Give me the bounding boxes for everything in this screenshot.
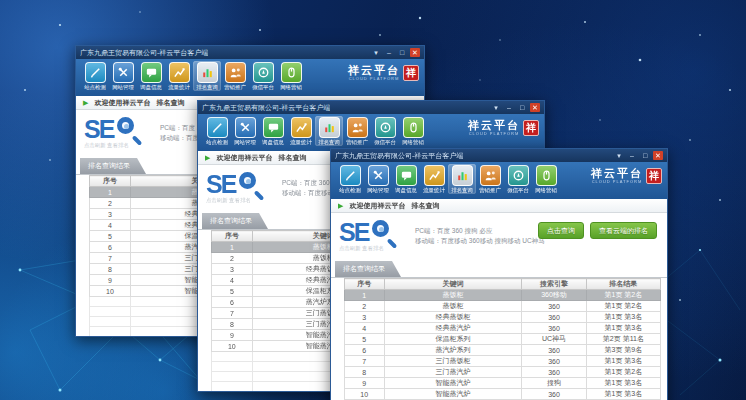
cell-seq: 4 bbox=[345, 323, 385, 334]
brand-seal-icon: 祥 bbox=[646, 168, 662, 184]
brand-logo: 祥云平台 CLOUD PLATFORM 祥 bbox=[591, 164, 662, 184]
table-row[interactable]: 3经典蒸饭柜360第1页 第3名 bbox=[345, 312, 661, 323]
toolbar-item-inquiry[interactable]: 询盘信息 bbox=[259, 116, 287, 146]
toolbar-item-wechat[interactable]: 微信平台 bbox=[249, 61, 277, 91]
minimize-icon[interactable]: – bbox=[504, 103, 514, 112]
toolbar-item-promotion[interactable]: 营销推广 bbox=[343, 116, 371, 146]
toolbar-item-site-check[interactable]: 站点检测 bbox=[336, 164, 364, 194]
breadcrumb-section: 排名查询 bbox=[411, 201, 439, 211]
toolbar-item-ranking[interactable]: 排名查询 bbox=[448, 164, 476, 194]
tab-ranking-results[interactable]: 排名查询结果 bbox=[335, 261, 401, 277]
toolbar-item-promotion[interactable]: 营销推广 bbox=[221, 61, 249, 91]
breadcrumb-welcome: 欢迎使用祥云平台 bbox=[94, 98, 150, 108]
cell-seq: 6 bbox=[90, 242, 131, 253]
window-titlebar[interactable]: 广东九鼎王贸易有限公司-祥云平台客户端 ▾ – □ ✕ bbox=[198, 101, 544, 114]
minimize-icon[interactable]: – bbox=[384, 48, 394, 57]
header-engine[interactable]: 搜索引擎 bbox=[522, 279, 586, 290]
table-row[interactable]: 2蒸饭柜360第1页 第2名 bbox=[345, 301, 661, 312]
table-row[interactable]: 7三门蒸饭柜360第1页 第3名 bbox=[345, 356, 661, 367]
close-icon[interactable]: ✕ bbox=[653, 151, 663, 160]
cell-keyword: 保温柜系列 bbox=[384, 334, 522, 345]
brand-subtitle: CLOUD PLATFORM bbox=[591, 179, 643, 184]
table-row[interactable]: 10智能蒸汽炉360第1页 第3名 bbox=[345, 389, 661, 400]
traffic-stats-icon bbox=[295, 121, 308, 134]
header-seq[interactable]: 序号 bbox=[212, 231, 253, 242]
toolbar-item-network[interactable]: 网络营销 bbox=[277, 61, 305, 91]
toolbar-item-label: 询盘信息 bbox=[393, 186, 418, 193]
header-keyword[interactable]: 关键词 bbox=[384, 279, 522, 290]
cell-empty bbox=[212, 352, 253, 362]
skin-icon[interactable]: ▾ bbox=[371, 48, 381, 57]
maximize-icon[interactable]: □ bbox=[640, 151, 650, 160]
cell-empty bbox=[90, 327, 131, 337]
cell-rank: 第1页 第2名 bbox=[586, 301, 660, 312]
header-seq[interactable]: 序号 bbox=[345, 279, 385, 290]
ranking-query-icon bbox=[323, 121, 336, 134]
cell-seq: 1 bbox=[212, 242, 253, 253]
toolbar-item-ranking[interactable]: 排名查询 bbox=[193, 61, 221, 91]
toolbar-item-inquiry[interactable]: 询盘信息 bbox=[392, 164, 420, 194]
header-seq[interactable]: 序号 bbox=[90, 176, 131, 187]
cell-empty bbox=[90, 337, 131, 338]
tab-ranking-results[interactable]: 排名查询结果 bbox=[80, 158, 146, 174]
header-rank[interactable]: 排名结果 bbox=[586, 279, 660, 290]
table-row[interactable]: 5保温柜系列UC神马第2页 第11名 bbox=[345, 334, 661, 345]
toolbar-item-label: 网络营销 bbox=[278, 83, 303, 90]
desktop-background: 广东九鼎王贸易有限公司-祥云平台客户端 ▾ – □ ✕ 站点检测 网站管理 询盘… bbox=[0, 0, 746, 400]
cell-keyword: 蒸饭柜 bbox=[384, 290, 522, 301]
toolbar-item-site-manage[interactable]: 网站管理 bbox=[109, 61, 137, 91]
toolbar-item-wechat[interactable]: 微信平台 bbox=[371, 116, 399, 146]
window-titlebar[interactable]: 广东九鼎王贸易有限公司-祥云平台客户端 ▾ – □ ✕ bbox=[76, 46, 424, 59]
window-titlebar[interactable]: 广东九鼎王贸易有限公司-祥云平台客户端 ▾ – □ ✕ bbox=[331, 149, 667, 162]
toolbar-item-wechat[interactable]: 微信平台 bbox=[504, 164, 532, 194]
cell-seq: 6 bbox=[212, 297, 253, 308]
toolbar-item-label: 网络营销 bbox=[400, 138, 425, 145]
skin-icon[interactable]: ▾ bbox=[491, 103, 501, 112]
table-row[interactable]: 9智能蒸汽炉搜狗第1页 第3名 bbox=[345, 378, 661, 389]
cell-empty bbox=[212, 362, 253, 372]
toolbar-item-site-manage[interactable]: 网站管理 bbox=[231, 116, 259, 146]
toolbar-item-site-check[interactable]: 站点检测 bbox=[203, 116, 231, 146]
toolbar-item-network[interactable]: 网络营销 bbox=[399, 116, 427, 146]
view-cloud-rank-button[interactable]: 查看云端的排名 bbox=[590, 222, 657, 239]
cell-keyword: 经典蒸汽炉 bbox=[384, 323, 522, 334]
close-icon[interactable]: ✕ bbox=[530, 103, 540, 112]
toolbar-item-network[interactable]: 网络营销 bbox=[532, 164, 560, 194]
tab-ranking-results[interactable]: 排名查询结果 bbox=[202, 213, 268, 229]
table-row[interactable]: 8三门蒸汽炉360第1页 第2名 bbox=[345, 367, 661, 378]
table-row[interactable]: 4经典蒸汽炉360第1页 第3名 bbox=[345, 323, 661, 334]
cell-rank: 第1页 第2名 bbox=[586, 290, 660, 301]
toolbar-item-traffic[interactable]: 流量统计 bbox=[165, 61, 193, 91]
cell-rank: 第1页 第3名 bbox=[586, 356, 660, 367]
toolbar-item-promotion[interactable]: 营销推广 bbox=[476, 164, 504, 194]
window-title: 广东九鼎王贸易有限公司-祥云平台客户端 bbox=[335, 151, 463, 161]
traffic-stats-icon bbox=[173, 66, 186, 79]
cell-engine: 360 bbox=[522, 323, 586, 334]
promotion-users-icon bbox=[351, 121, 364, 134]
table-row[interactable]: 1蒸饭柜360移动第1页 第2名 bbox=[345, 290, 661, 301]
brand-subtitle: CLOUD PLATFORM bbox=[468, 131, 520, 136]
maximize-icon[interactable]: □ bbox=[517, 103, 527, 112]
cell-engine: UC神马 bbox=[522, 334, 586, 345]
toolbar-item-ranking[interactable]: 排名查询 bbox=[315, 116, 343, 146]
minimize-icon[interactable]: – bbox=[627, 151, 637, 160]
skin-icon[interactable]: ▾ bbox=[614, 151, 624, 160]
toolbar-item-inquiry[interactable]: 询盘信息 bbox=[137, 61, 165, 91]
close-icon[interactable]: ✕ bbox=[410, 48, 420, 57]
table-row[interactable]: 6蒸汽炉系列360第3页 第9名 bbox=[345, 345, 661, 356]
window-controls: ▾ – □ ✕ bbox=[491, 103, 540, 112]
cell-engine: 360 bbox=[522, 389, 586, 400]
query-button[interactable]: 点击查询 bbox=[538, 222, 584, 239]
toolbar-item-traffic[interactable]: 流量统计 bbox=[420, 164, 448, 194]
window-title: 广东九鼎王贸易有限公司-祥云平台客户端 bbox=[80, 48, 208, 58]
toolbar-item-traffic[interactable]: 流量统计 bbox=[287, 116, 315, 146]
maximize-icon[interactable]: □ bbox=[397, 48, 407, 57]
toolbar-item-site-check[interactable]: 站点检测 bbox=[81, 61, 109, 91]
toolbar-item-label: 营销推广 bbox=[344, 138, 369, 145]
window-controls: ▾ – □ ✕ bbox=[614, 151, 663, 160]
app-window-front[interactable]: 广东九鼎王贸易有限公司-祥云平台客户端 ▾ – □ ✕ 站点检测 网站管理 询盘… bbox=[330, 148, 668, 400]
cell-engine: 360 bbox=[522, 301, 586, 312]
magnifier-icon bbox=[117, 117, 134, 134]
toolbar-item-site-manage[interactable]: 网站管理 bbox=[364, 164, 392, 194]
cell-empty bbox=[90, 317, 131, 327]
